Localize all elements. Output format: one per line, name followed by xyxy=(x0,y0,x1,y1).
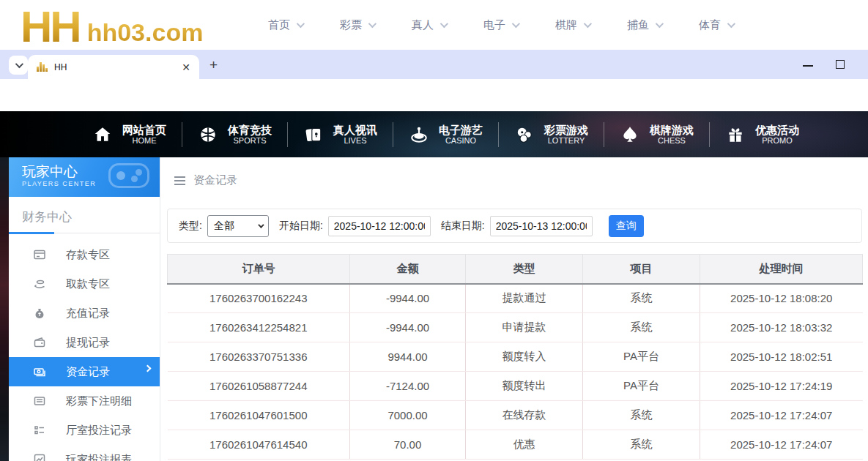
cell-project: PA平台 xyxy=(583,372,700,401)
cell-type: 申请提款 xyxy=(466,313,583,342)
top-nav-label: 棋牌 xyxy=(555,18,577,32)
banknotes-icon xyxy=(33,365,46,378)
game-nav-live[interactable]: 真人视讯LIVES xyxy=(288,124,393,146)
site-favicon xyxy=(37,62,48,72)
sidebar-item-bet-report[interactable]: 玩家投注报表 xyxy=(9,445,160,461)
document-list-icon xyxy=(33,394,46,408)
funds-table: 订单号 金额 类型 项目 处理时间 1760263700162243 -9944… xyxy=(167,254,863,460)
menu-toggle-icon[interactable] xyxy=(174,176,185,185)
money-bag-icon xyxy=(33,307,46,320)
game-nav-casino[interactable]: 电子游艺CASINO xyxy=(393,124,498,146)
browser-tab[interactable]: HH ✕ xyxy=(28,55,199,79)
sidebar-item-deposit[interactable]: 存款专区 xyxy=(9,240,160,269)
game-nav: 网站首页HOME 体育竞技SPORTS 真人视讯LIVES 电子游艺CASINO… xyxy=(0,111,868,157)
tab-close-icon[interactable]: ✕ xyxy=(182,62,190,72)
cell-project: PA平台 xyxy=(583,342,700,372)
sidebar-item-room-bets[interactable]: 厅室投注记录 xyxy=(9,416,160,445)
chevron-right-icon xyxy=(144,365,152,372)
sidebar-item-funds-log[interactable]: 资金记录 xyxy=(9,357,160,386)
gamepad-watermark-icon xyxy=(108,163,149,188)
sidebar-item-withdraw-log[interactable]: 提现记录 xyxy=(9,328,160,357)
cell-project: 系统 xyxy=(583,430,700,460)
type-label: 类型: xyxy=(179,220,202,233)
sidebar-header: 玩家中心 PLAYERS CENTER xyxy=(9,157,160,197)
game-nav-label-zh: 优惠活动 xyxy=(755,124,799,136)
top-nav-label: 体育 xyxy=(699,18,721,32)
page-content: 玩家中心 PLAYERS CENTER 财务中心 存款专区 取款专区 充值记录 … xyxy=(0,157,868,461)
search-button[interactable]: 查询 xyxy=(609,215,644,237)
game-nav-label-zh: 真人视讯 xyxy=(333,124,377,136)
sidebar-item-recharge-log[interactable]: 充值记录 xyxy=(9,299,160,328)
top-nav-slots[interactable]: 电子 xyxy=(483,18,518,32)
browser-toolbar: ← → 112.121.172.181/hhcp/usercenter.html… xyxy=(0,79,868,111)
top-nav-lottery[interactable]: 彩票 xyxy=(340,18,374,32)
tab-search-button[interactable] xyxy=(9,56,28,75)
top-nav-chess[interactable]: 棋牌 xyxy=(555,18,590,32)
top-nav-fishing[interactable]: 捕鱼 xyxy=(627,18,661,32)
window-maximize-button[interactable] xyxy=(836,60,845,69)
top-nav-live[interactable]: 真人 xyxy=(412,18,446,32)
sidebar-item-label: 存款专区 xyxy=(66,248,110,262)
table-row: 1760263700162243 -9944.00 提款通过 系统 2025-1… xyxy=(168,284,863,313)
type-select[interactable]: 全部 xyxy=(207,215,269,237)
cell-amount: -9944.00 xyxy=(350,313,466,342)
cell-amount: 7000.00 xyxy=(350,401,466,430)
cell-project: 系统 xyxy=(583,313,700,342)
game-nav-home[interactable]: 网站首页HOME xyxy=(77,124,182,146)
table-row: 1760261058877244 -7124.00 额度转出 PA平台 2025… xyxy=(168,372,863,401)
background-strip xyxy=(0,157,9,461)
cell-order-id: 1760263370751336 xyxy=(168,342,350,372)
chart-report-icon xyxy=(33,453,46,461)
game-nav-lottery[interactable]: 彩票游戏LOTTERY xyxy=(499,124,604,146)
start-date-label: 开始日期: xyxy=(279,220,323,233)
wallet-icon xyxy=(33,336,46,349)
cell-amount: -9944.00 xyxy=(350,284,466,313)
home-icon xyxy=(92,124,113,145)
top-nav-label: 彩票 xyxy=(340,18,362,32)
top-nav-sports[interactable]: 体育 xyxy=(699,18,733,32)
game-nav-label-zh: 电子游艺 xyxy=(439,124,483,136)
new-tab-button[interactable]: + xyxy=(209,57,218,73)
breadcrumb: 资金记录 xyxy=(174,173,237,187)
sidebar-item-lottery-bets[interactable]: 彩票下注明细 xyxy=(9,386,160,416)
game-nav-label-en: SPORTS xyxy=(228,136,272,146)
top-nav: 首页 彩票 真人 电子 棋牌 捕鱼 体育 xyxy=(268,0,733,50)
section-divider xyxy=(9,233,160,233)
sidebar-item-label: 充值记录 xyxy=(66,307,110,321)
filter-bar: 类型: 全部 开始日期: 结束日期: 查询 xyxy=(167,209,862,243)
playing-cards-icon xyxy=(303,124,324,145)
window-minimize-button[interactable] xyxy=(803,65,813,67)
chevron-down-icon xyxy=(512,20,520,28)
game-nav-promo[interactable]: 优惠活动PROMO xyxy=(710,124,815,146)
cell-order-id: 1760261058877244 xyxy=(168,372,350,401)
cell-time: 2025-10-12 18:03:32 xyxy=(700,313,863,342)
sidebar-item-withdraw[interactable]: 取款专区 xyxy=(9,269,160,299)
table-row: 1760261047614540 70.00 优惠 系统 2025-10-12 … xyxy=(168,430,863,460)
top-nav-home[interactable]: 首页 xyxy=(268,18,303,32)
col-project: 项目 xyxy=(583,255,700,284)
end-date-label: 结束日期: xyxy=(441,220,485,233)
cell-order-id: 1760263412254821 xyxy=(168,313,350,342)
game-nav-sports[interactable]: 体育竞技SPORTS xyxy=(182,124,287,146)
game-nav-chess[interactable]: 棋牌游戏CHESS xyxy=(604,124,709,146)
cell-order-id: 1760261047601500 xyxy=(168,401,350,430)
hand-money-icon xyxy=(33,277,46,291)
site-logo[interactable]: HH hh03.com xyxy=(21,0,203,50)
sidebar: 玩家中心 PLAYERS CENTER 财务中心 存款专区 取款专区 充值记录 … xyxy=(9,157,160,461)
table-row: 1760263412254821 -9944.00 申请提款 系统 2025-1… xyxy=(168,313,863,342)
cell-project: 系统 xyxy=(583,284,700,313)
end-date-input[interactable] xyxy=(490,216,593,236)
cell-project: 系统 xyxy=(583,401,700,430)
game-nav-label-zh: 体育竞技 xyxy=(228,124,272,136)
chevron-down-icon xyxy=(584,20,592,28)
main-panel: 资金记录 类型: 全部 开始日期: 结束日期: 查询 订单号 金额 类型 项目 xyxy=(161,157,868,461)
game-nav-label-en: LOTTERY xyxy=(544,136,588,146)
logo-hh-text: HH xyxy=(21,4,80,50)
roulette-icon xyxy=(409,124,429,145)
spade-icon xyxy=(620,124,640,145)
top-nav-label: 电子 xyxy=(483,18,505,32)
cell-amount: 70.00 xyxy=(350,430,466,460)
chevron-down-icon xyxy=(15,60,23,68)
cell-time: 2025-10-12 17:24:19 xyxy=(700,372,863,401)
start-date-input[interactable] xyxy=(328,216,431,236)
